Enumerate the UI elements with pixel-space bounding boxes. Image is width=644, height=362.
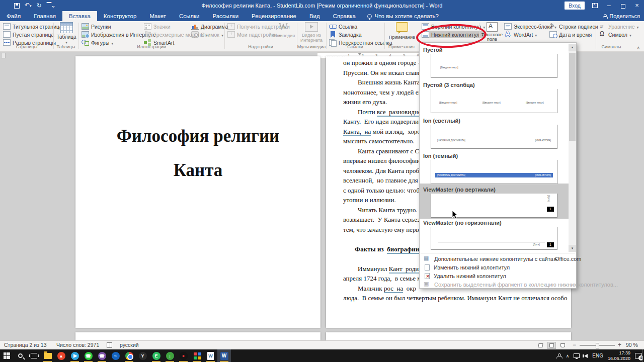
table-button[interactable]: Таблица <box>55 22 77 45</box>
tab-Ссылки[interactable]: Ссылки <box>173 11 206 21</box>
page-indicator[interactable]: Страница 2 из 13 <box>4 341 47 349</box>
scrollbar-thumb[interactable] <box>569 53 576 141</box>
word-count[interactable]: Число слов: 2971 <box>56 341 99 349</box>
wordart-button[interactable]: WordArt <box>504 31 537 38</box>
page-position-icon <box>1 53 6 58</box>
undo-icon[interactable]: ↶▾ <box>25 0 32 12</box>
download-manager-icon: ↓ <box>166 352 174 360</box>
tab-Рассылки[interactable]: Рассылки <box>206 11 245 21</box>
people-icon[interactable] <box>556 353 561 358</box>
equation-button: Уравнение <box>599 23 639 30</box>
more-footers-office-command[interactable]: Дополнительные нижние колонтитулы с сайт… <box>420 255 569 263</box>
zoom-percent[interactable]: 90 % <box>626 341 638 349</box>
tray-expand-icon[interactable]: ∧ <box>566 353 570 358</box>
footer-preview-blank3[interactable]: [Введите текст] [Введите текст] [Введите… <box>431 89 557 113</box>
footer-style-blank3[interactable]: Пустой (3 столбца) <box>423 82 475 88</box>
telegram[interactable] <box>68 349 82 362</box>
tell-me-box[interactable]: Что вы хотите сделать? <box>362 11 444 21</box>
document-page-left[interactable] <box>75 56 320 328</box>
network-icon[interactable] <box>574 353 580 358</box>
search-button[interactable] <box>14 349 27 362</box>
footer-style-ion-dark[interactable]: Ion (темный) <box>423 153 458 159</box>
footer-style-viewmaster-horizontal[interactable]: ViewMaster (по горизонтали) <box>423 220 502 226</box>
brave-browser[interactable]: ▲ <box>54 349 68 362</box>
tab-Рецензирование[interactable]: Рецензирование <box>245 11 303 21</box>
viber-icon: ☎ <box>98 352 106 360</box>
minimize-button[interactable]: – <box>602 0 616 11</box>
pictures-button[interactable]: Рисунки <box>82 23 111 30</box>
evernote[interactable]: E <box>149 349 163 362</box>
yandex-app[interactable]: Y <box>136 349 149 362</box>
comment-icon <box>396 22 408 32</box>
color-grid-app[interactable] <box>190 349 204 362</box>
bookmark-button[interactable]: Закладка <box>329 31 362 38</box>
zoom-out-icon[interactable]: − <box>573 341 576 349</box>
customize-qat-icon[interactable]: ▔⌄ <box>47 0 55 11</box>
group-separator <box>384 23 385 49</box>
tab-Справка[interactable]: Справка <box>327 11 362 21</box>
print-layout-icon[interactable] <box>547 342 556 349</box>
sign-in-button[interactable]: Вход <box>565 2 585 10</box>
viber[interactable]: ☎ <box>95 349 109 362</box>
delete-footer-command[interactable]: Удалить нижний колонтитул <box>420 272 569 280</box>
tab-Главная[interactable]: Главная <box>27 11 62 21</box>
redo-icon[interactable]: ↻ <box>37 0 42 11</box>
whatsapp[interactable]: ☎ <box>82 349 95 362</box>
language-indicator[interactable]: русский <box>120 341 139 349</box>
symbols-group-label: Символы <box>584 44 639 49</box>
footer-preview-ion-light[interactable]: [НАЗВАНИЕ ДОКУМЕНТА] [ИМЯ АВТОРА] <box>431 125 557 149</box>
footer-preview-viewmaster-horizontal[interactable]: [Дата] 1 <box>431 227 557 250</box>
ribbon-display-options-icon[interactable] <box>592 3 598 8</box>
notification-center-icon[interactable]: 4 <box>635 353 642 359</box>
dropdown-scrollbar[interactable]: ▲ ▼ <box>569 44 576 252</box>
scroll-down-icon[interactable]: ▼ <box>569 245 576 252</box>
zoom-in-icon[interactable]: + <box>618 341 621 349</box>
first-line-indent-marker[interactable] <box>358 53 362 55</box>
blue-swoosh-app[interactable]: ~ <box>109 349 122 362</box>
footer-style-viewmaster-vertical[interactable]: ViewMaster (по вертикали) <box>423 187 496 193</box>
date-time-button[interactable]: Дата и время <box>549 31 592 38</box>
screen-recorder[interactable]: ● <box>177 349 190 362</box>
tab-file[interactable]: Файл <box>0 11 27 21</box>
word-document[interactable]: W <box>204 349 217 362</box>
proofing-icon[interactable] <box>107 342 112 348</box>
edit-footer-command[interactable]: Изменить нижний колонтитул <box>420 263 569 272</box>
footer-preview-blank[interactable]: [Введите текст] <box>431 54 557 78</box>
3d-models-icon <box>144 31 150 37</box>
save-icon[interactable] <box>14 3 20 9</box>
tab-Вставка[interactable]: Вставка <box>62 11 97 21</box>
word[interactable]: W <box>217 349 231 362</box>
task-view-button[interactable] <box>27 349 41 362</box>
footer-preview-viewmaster-vertical[interactable]: [Дата] 1 <box>431 194 557 218</box>
footer-style-blank[interactable]: Пустой <box>423 47 443 53</box>
web-layout-icon[interactable] <box>558 342 567 349</box>
footer-preview-ion-dark[interactable]: [НАЗВАНИЕ ДОКУМЕНТА] [ИМЯ АВТОРА] <box>431 160 557 184</box>
tab-Конструктор[interactable]: Конструктор <box>97 11 143 21</box>
zoom-slider-thumb[interactable] <box>596 343 599 348</box>
collapse-ribbon-icon[interactable]: ∧ <box>636 45 640 50</box>
share-button[interactable]: Поделиться <box>603 11 640 21</box>
scroll-up-icon[interactable]: ▲ <box>569 44 576 51</box>
document-text-line: люда. В семье он был четвертым ребенком.… <box>343 293 567 303</box>
chart-button[interactable]: Диаграмма <box>191 23 228 30</box>
quick-parts-button[interactable]: Экспресс-блоки <box>504 23 556 30</box>
footer-style-ion-light[interactable]: Ion (светлый) <box>423 118 460 124</box>
signature-line-button[interactable]: Строки подписи <box>549 23 602 30</box>
chrome-browser[interactable] <box>122 349 136 362</box>
tab-Вид[interactable]: Вид <box>303 11 327 21</box>
file-explorer[interactable] <box>41 349 54 362</box>
download-manager[interactable]: ↓ <box>163 349 177 362</box>
comment-button[interactable]: Примечание <box>386 22 418 40</box>
read-mode-icon[interactable] <box>536 342 545 349</box>
blank-page-button[interactable]: Пустая страница <box>3 31 54 38</box>
symbol-button[interactable]: Символ <box>599 31 631 38</box>
language-switcher[interactable]: ENG <box>592 353 603 358</box>
close-button[interactable]: × <box>630 0 644 11</box>
restore-button[interactable] <box>616 0 630 11</box>
clock[interactable]: 17:39 16.06.2020 <box>608 350 630 361</box>
wikipedia-icon <box>278 22 289 33</box>
link-button[interactable]: Ссылка <box>329 23 357 30</box>
start-button[interactable] <box>0 349 14 362</box>
tab-Макет[interactable]: Макет <box>143 11 173 21</box>
speaker-icon[interactable] <box>584 354 588 358</box>
